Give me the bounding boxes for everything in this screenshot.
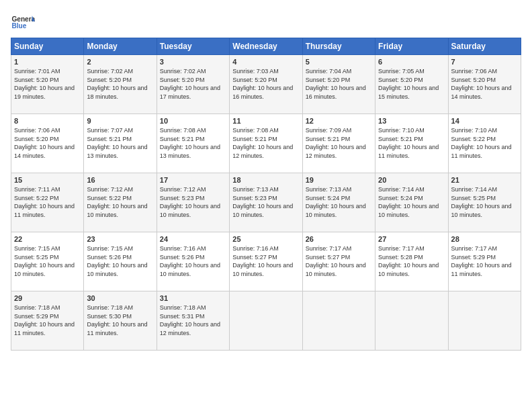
day-cell: 2 Sunrise: 7:02 AM Sunset: 5:20 PM Dayli… [84, 55, 157, 114]
day-cell: 20 Sunrise: 7:14 AM Sunset: 5:24 PM Dayl… [375, 173, 448, 232]
day-cell: 4 Sunrise: 7:03 AM Sunset: 5:20 PM Dayli… [230, 55, 302, 114]
day-number: 22 [14, 235, 81, 243]
day-cell: 6 Sunrise: 7:05 AM Sunset: 5:20 PM Dayli… [375, 55, 448, 114]
weekday-header-tuesday: Tuesday [157, 38, 229, 55]
day-number: 11 [232, 117, 299, 125]
day-cell: 8 Sunrise: 7:06 AM Sunset: 5:20 PM Dayli… [11, 114, 84, 173]
day-number: 16 [87, 176, 153, 184]
day-cell: 10 Sunrise: 7:08 AM Sunset: 5:21 PM Dayl… [157, 114, 229, 173]
day-cell: 25 Sunrise: 7:16 AM Sunset: 5:27 PM Dayl… [230, 232, 302, 291]
weekday-header-monday: Monday [84, 38, 157, 55]
week-row-4: 22 Sunrise: 7:15 AM Sunset: 5:25 PM Dayl… [11, 232, 521, 291]
day-cell: 23 Sunrise: 7:15 AM Sunset: 5:26 PM Dayl… [84, 232, 157, 291]
day-number: 25 [232, 235, 299, 243]
weekday-header-row: SundayMondayTuesdayWednesdayThursdayFrid… [11, 38, 521, 55]
day-info: Sunrise: 7:14 AM Sunset: 5:25 PM Dayligh… [451, 185, 518, 219]
day-number: 24 [160, 235, 226, 243]
svg-text:Blue: Blue [11, 22, 26, 30]
day-cell: 31 Sunrise: 7:18 AM Sunset: 5:31 PM Dayl… [157, 291, 229, 351]
day-info: Sunrise: 7:16 AM Sunset: 5:26 PM Dayligh… [160, 244, 226, 278]
day-number: 30 [87, 294, 153, 302]
day-cell: 27 Sunrise: 7:17 AM Sunset: 5:28 PM Dayl… [375, 232, 448, 291]
day-cell: 1 Sunrise: 7:01 AM Sunset: 5:20 PM Dayli… [11, 55, 84, 114]
day-number: 14 [451, 117, 518, 125]
day-info: Sunrise: 7:05 AM Sunset: 5:20 PM Dayligh… [378, 67, 445, 101]
week-row-2: 8 Sunrise: 7:06 AM Sunset: 5:20 PM Dayli… [11, 114, 521, 173]
logo: General Blue [11, 11, 35, 35]
weekday-header-sunday: Sunday [11, 38, 84, 55]
day-number: 17 [160, 176, 226, 184]
day-number: 12 [306, 117, 372, 125]
day-cell: 24 Sunrise: 7:16 AM Sunset: 5:26 PM Dayl… [157, 232, 229, 291]
day-cell: 17 Sunrise: 7:12 AM Sunset: 5:23 PM Dayl… [157, 173, 229, 232]
day-number: 29 [14, 294, 81, 302]
day-info: Sunrise: 7:08 AM Sunset: 5:21 PM Dayligh… [232, 126, 299, 160]
day-cell [230, 291, 302, 351]
day-number: 9 [87, 117, 153, 125]
day-info: Sunrise: 7:10 AM Sunset: 5:22 PM Dayligh… [451, 126, 518, 160]
day-info: Sunrise: 7:10 AM Sunset: 5:21 PM Dayligh… [378, 126, 445, 160]
weekday-header-friday: Friday [375, 38, 448, 55]
day-info: Sunrise: 7:17 AM Sunset: 5:29 PM Dayligh… [451, 244, 518, 278]
day-cell: 30 Sunrise: 7:18 AM Sunset: 5:30 PM Dayl… [84, 291, 157, 351]
day-info: Sunrise: 7:18 AM Sunset: 5:31 PM Dayligh… [160, 304, 226, 337]
day-number: 7 [451, 58, 518, 66]
day-info: Sunrise: 7:03 AM Sunset: 5:20 PM Dayligh… [232, 67, 299, 101]
week-row-3: 15 Sunrise: 7:11 AM Sunset: 5:22 PM Dayl… [11, 173, 521, 232]
day-number: 2 [87, 58, 153, 66]
day-info: Sunrise: 7:06 AM Sunset: 5:20 PM Dayligh… [451, 67, 518, 101]
day-info: Sunrise: 7:07 AM Sunset: 5:21 PM Dayligh… [87, 126, 153, 160]
page-container: General Blue SundayMondayTuesdayWednesda… [0, 0, 532, 356]
svg-text:General: General [11, 15, 35, 23]
day-info: Sunrise: 7:13 AM Sunset: 5:24 PM Dayligh… [306, 185, 372, 219]
week-row-1: 1 Sunrise: 7:01 AM Sunset: 5:20 PM Dayli… [11, 55, 521, 114]
day-info: Sunrise: 7:17 AM Sunset: 5:28 PM Dayligh… [378, 244, 445, 278]
day-info: Sunrise: 7:14 AM Sunset: 5:24 PM Dayligh… [378, 185, 445, 219]
day-number: 15 [14, 176, 81, 184]
day-info: Sunrise: 7:12 AM Sunset: 5:23 PM Dayligh… [160, 185, 226, 219]
header: General Blue [11, 11, 521, 35]
day-cell: 18 Sunrise: 7:13 AM Sunset: 5:23 PM Dayl… [230, 173, 302, 232]
day-number: 10 [160, 117, 226, 125]
day-cell: 21 Sunrise: 7:14 AM Sunset: 5:25 PM Dayl… [448, 173, 521, 232]
day-info: Sunrise: 7:15 AM Sunset: 5:26 PM Dayligh… [87, 244, 153, 278]
day-cell: 3 Sunrise: 7:02 AM Sunset: 5:20 PM Dayli… [157, 55, 229, 114]
day-number: 5 [306, 58, 372, 66]
day-cell: 16 Sunrise: 7:12 AM Sunset: 5:22 PM Dayl… [84, 173, 157, 232]
day-info: Sunrise: 7:06 AM Sunset: 5:20 PM Dayligh… [14, 126, 81, 160]
day-number: 18 [232, 176, 299, 184]
day-info: Sunrise: 7:12 AM Sunset: 5:22 PM Dayligh… [87, 185, 153, 219]
day-info: Sunrise: 7:08 AM Sunset: 5:21 PM Dayligh… [160, 126, 226, 160]
logo-icon: General Blue [11, 11, 35, 35]
day-number: 28 [451, 235, 518, 243]
day-number: 20 [378, 176, 445, 184]
day-cell: 29 Sunrise: 7:18 AM Sunset: 5:29 PM Dayl… [11, 291, 84, 351]
calendar: SundayMondayTuesdayWednesdayThursdayFrid… [11, 38, 521, 351]
day-cell [448, 291, 521, 351]
day-cell: 13 Sunrise: 7:10 AM Sunset: 5:21 PM Dayl… [375, 114, 448, 173]
day-number: 21 [451, 176, 518, 184]
day-number: 13 [378, 117, 445, 125]
day-info: Sunrise: 7:18 AM Sunset: 5:29 PM Dayligh… [14, 304, 81, 337]
day-cell: 14 Sunrise: 7:10 AM Sunset: 5:22 PM Dayl… [448, 114, 521, 173]
day-cell: 19 Sunrise: 7:13 AM Sunset: 5:24 PM Dayl… [302, 173, 375, 232]
day-cell: 9 Sunrise: 7:07 AM Sunset: 5:21 PM Dayli… [84, 114, 157, 173]
day-cell: 12 Sunrise: 7:09 AM Sunset: 5:21 PM Dayl… [302, 114, 375, 173]
day-number: 26 [306, 235, 372, 243]
day-cell [375, 291, 448, 351]
day-info: Sunrise: 7:18 AM Sunset: 5:30 PM Dayligh… [87, 304, 153, 337]
day-cell: 7 Sunrise: 7:06 AM Sunset: 5:20 PM Dayli… [448, 55, 521, 114]
day-info: Sunrise: 7:02 AM Sunset: 5:20 PM Dayligh… [87, 67, 153, 101]
day-cell: 22 Sunrise: 7:15 AM Sunset: 5:25 PM Dayl… [11, 232, 84, 291]
day-info: Sunrise: 7:16 AM Sunset: 5:27 PM Dayligh… [232, 244, 299, 278]
day-info: Sunrise: 7:13 AM Sunset: 5:23 PM Dayligh… [232, 185, 299, 219]
day-cell: 11 Sunrise: 7:08 AM Sunset: 5:21 PM Dayl… [230, 114, 302, 173]
day-info: Sunrise: 7:02 AM Sunset: 5:20 PM Dayligh… [160, 67, 226, 101]
day-info: Sunrise: 7:11 AM Sunset: 5:22 PM Dayligh… [14, 185, 81, 219]
day-info: Sunrise: 7:15 AM Sunset: 5:25 PM Dayligh… [14, 244, 81, 278]
day-info: Sunrise: 7:04 AM Sunset: 5:20 PM Dayligh… [306, 67, 372, 101]
weekday-header-thursday: Thursday [302, 38, 375, 55]
day-cell: 15 Sunrise: 7:11 AM Sunset: 5:22 PM Dayl… [11, 173, 84, 232]
weekday-header-saturday: Saturday [448, 38, 521, 55]
day-number: 3 [160, 58, 226, 66]
